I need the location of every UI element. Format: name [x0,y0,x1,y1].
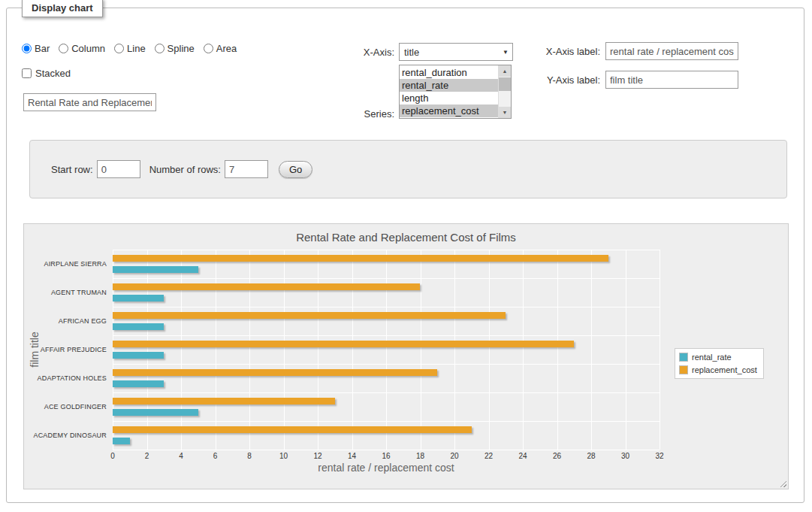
bar-replacement_cost [113,426,472,433]
x-tick-label: 16 [375,452,397,460]
gridline-horizontal [113,392,660,393]
panel-title: Display chart [22,0,103,17]
x-axis-label-field-label: X-Axis label: [483,46,600,57]
num-rows-label: Number of rows: [149,164,221,175]
series-option-length[interactable]: length [400,92,498,105]
bar-rental_rate [113,380,164,387]
y-axis-label-field-label: Y-Axis label: [483,74,600,86]
x-tick-label: 8 [238,452,261,460]
chart-type-label: Line [127,43,146,54]
x-tick-label: 4 [170,452,192,460]
series-list-label: Series: [307,108,394,120]
chart-type-label: Area [216,43,237,54]
category-label: ADAPTATION HOLES [24,374,107,383]
bar-rental_rate [113,352,164,359]
chart-type-option-line[interactable]: Line [114,43,146,54]
chart-type-radio-line[interactable] [114,44,124,53]
gridline-horizontal [113,364,660,365]
x-tick-label: 18 [409,452,432,460]
chart-type-label: Spline [168,43,195,54]
chart-type-radio-area[interactable] [204,44,213,53]
gridline-vertical [489,250,490,450]
bar-rental_rate [113,266,198,273]
x-tick-label: 32 [648,452,671,460]
gridline-horizontal [113,421,660,422]
bar-rental_rate [113,323,164,330]
chart-type-radio-bar[interactable] [22,44,32,53]
x-tick-label: 28 [580,452,602,460]
chart-type-option-area[interactable]: Area [204,43,237,54]
start-row-input[interactable] [97,160,140,178]
gridline-vertical [626,250,626,450]
x-axis-select-label: X-Axis: [307,47,394,58]
chart-legend: rental_ratereplacement_cost [675,348,764,379]
chart-title-input[interactable] [23,93,156,111]
series-listbox[interactable]: rental_durationrental_ratelengthreplacem… [399,65,512,119]
stacked-checkbox-row[interactable]: Stacked [22,68,71,79]
x-tick-label: 26 [546,452,569,460]
page: Display chart BarColumnLineSplineArea St… [0,0,812,512]
gridline-vertical [421,250,421,450]
gridline-vertical [216,250,216,450]
gridline-vertical [591,250,592,450]
gridline-vertical [454,250,455,450]
x-tick-label: 20 [443,452,466,460]
gridline-horizontal [113,278,660,279]
chart-type-label: Bar [35,43,50,54]
resize-handle-icon[interactable] [778,479,786,487]
x-tick-label: 24 [512,452,534,460]
chart-type-radio-group: BarColumnLineSplineArea [22,43,237,54]
gridline-horizontal [113,450,660,450]
series-options: rental_durationrental_ratelengthreplacem… [400,65,498,118]
chart-type-label: Column [71,43,105,54]
display-chart-fieldset: Display chart BarColumnLineSplineArea St… [6,8,804,503]
x-tick-label: 2 [136,452,158,460]
x-tick-label: 0 [101,452,124,460]
bar-replacement_cost [113,312,506,319]
gridline-vertical [249,250,250,450]
legend-item-rental_rate: rental_rate [679,353,757,362]
category-label: AFFAIR PREJUDICE [24,346,107,354]
gridline-vertical [352,250,353,450]
bar-rental_rate [113,438,130,444]
scroll-down-icon[interactable]: ▼ [499,107,511,118]
start-row-label: Start row: [51,164,93,175]
bar-replacement_cost [113,283,420,290]
num-rows-input[interactable] [225,160,268,178]
gridline-vertical [318,250,318,450]
listbox-scrollbar[interactable]: ▲ ▼ [498,65,511,118]
legend-item-replacement_cost: replacement_cost [679,365,757,374]
stacked-label: Stacked [35,68,71,79]
stacked-checkbox[interactable] [22,68,32,78]
x-axis-selected-value: title [404,47,419,58]
series-option-replacement_cost[interactable]: replacement_cost [400,105,498,117]
rows-panel: Start row: Number of rows: Go [29,140,787,198]
gridline-vertical [386,250,387,450]
go-button[interactable]: Go [279,161,312,178]
gridline-vertical [113,250,113,450]
category-label: AIRPLANE SIERRA [24,260,107,268]
bar-replacement_cost [113,398,335,404]
chart-type-option-spline[interactable]: Spline [155,43,195,54]
chart-type-option-bar[interactable]: Bar [22,43,50,54]
gridline-vertical [660,250,660,450]
chart-type-radio-spline[interactable] [155,44,165,53]
bar-replacement_cost [113,255,608,262]
gridline-vertical [523,250,524,450]
chart-type-radio-column[interactable] [59,44,68,53]
y-axis-label-input[interactable] [605,71,738,89]
chart-type-option-column[interactable]: Column [59,43,105,54]
gridline-vertical [147,250,148,450]
gridline-vertical [181,250,182,450]
category-label: ACE GOLDFINGER [24,403,107,411]
bar-replacement_cost [113,341,574,347]
chart-area: Rental Rate and Replacement Cost of Film… [23,223,789,489]
plot-area [113,250,660,450]
gridline-vertical [557,250,558,450]
chart-x-axis-title: rental rate / replacement cost [113,462,660,474]
x-tick-label: 14 [341,452,364,460]
x-tick-label: 22 [478,452,500,460]
bar-rental_rate [113,295,164,301]
x-axis-label-input[interactable] [605,42,738,60]
x-tick-label: 12 [306,452,329,460]
